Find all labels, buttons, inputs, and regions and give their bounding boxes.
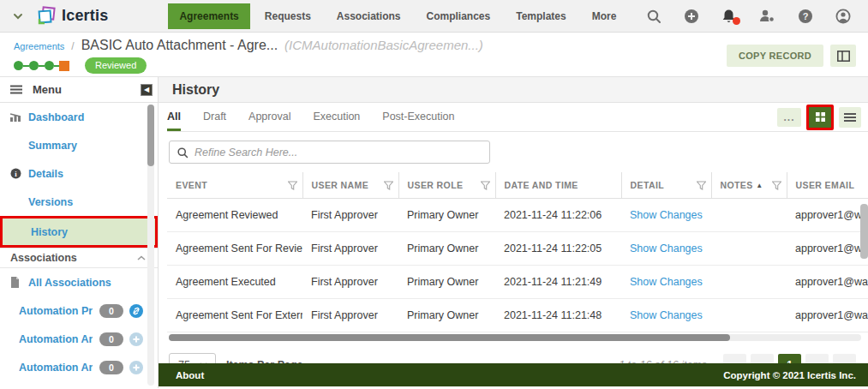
sidebar-section-associations[interactable]: Associations <box>0 248 158 268</box>
copyright-text: Copyright © 2021 Icertis Inc. <box>723 370 856 380</box>
copy-record-button[interactable]: COPY RECORD <box>727 45 823 67</box>
column-header-user-email[interactable]: USER EMAIL <box>787 172 868 199</box>
cell-user-role: Primary Owner <box>398 299 495 332</box>
document-icon <box>10 277 28 288</box>
column-header-notes[interactable]: NOTES▲ <box>711 172 787 199</box>
link-association-icon[interactable] <box>129 304 143 318</box>
more-options-button[interactable]: ... <box>777 108 801 127</box>
cell-user-role: Primary Owner <box>398 199 495 232</box>
assoc-item-label: Automation Prime ... <box>19 305 93 317</box>
show-changes-link[interactable]: Show Changes <box>621 266 711 299</box>
nav-tab-requests[interactable]: Requests <box>254 3 322 29</box>
column-header-user-role[interactable]: USER ROLE <box>398 172 495 199</box>
sidebar-scrollbar-thumb[interactable] <box>147 105 154 166</box>
table-row[interactable]: Agreement Reviewed First Approver Primar… <box>167 199 868 232</box>
sidebar-collapse-button[interactable]: ◀ <box>141 84 153 96</box>
assoc-count-badge: 0 <box>99 304 123 318</box>
profile-icon[interactable] <box>835 9 851 24</box>
list-view-button[interactable] <box>839 107 861 128</box>
table-row[interactable]: Agreement Executed First Approver Primar… <box>167 266 868 299</box>
cell-user-role: Primary Owner <box>398 266 495 299</box>
nav-tab-more[interactable]: More <box>581 3 628 29</box>
column-header-date-time[interactable]: DATE AND TIME <box>495 172 621 199</box>
status-badge: Reviewed <box>85 57 147 74</box>
add-icon[interactable] <box>684 9 699 24</box>
table-vertical-scrollbar-thumb[interactable] <box>860 204 868 259</box>
search-input[interactable] <box>195 147 482 159</box>
table-row[interactable]: Agreement Sent For External Si... First … <box>167 299 868 332</box>
top-navbar: Icertis Agreements Requests Associations… <box>0 0 868 33</box>
filter-icon[interactable] <box>772 181 781 190</box>
hamburger-menu-icon[interactable] <box>10 85 22 94</box>
cell-notes <box>711 199 787 232</box>
filter-icon[interactable] <box>697 181 706 190</box>
cell-date-time: 2021-11-24 11:22:06 <box>495 199 621 232</box>
column-header-event[interactable]: EVENT <box>167 172 302 199</box>
help-icon[interactable]: ? <box>798 9 813 24</box>
sidebar-scrollbar[interactable] <box>147 105 154 386</box>
tab-all[interactable]: All <box>167 103 181 131</box>
sidebar-item-history-selected-annotated[interactable]: History <box>0 216 158 248</box>
sidebar-item-automation-annex-1[interactable]: Automation Annex... 0 <box>0 325 158 353</box>
tab-draft[interactable]: Draft <box>203 103 226 131</box>
sidebar-item-automation-annex-2[interactable]: Automation Annex... 0 <box>0 353 158 381</box>
add-association-icon[interactable] <box>129 332 143 346</box>
sort-asc-icon: ▲ <box>756 182 763 189</box>
about-link[interactable]: About <box>176 370 204 380</box>
sidebar-item-label: All Associations <box>28 277 111 289</box>
table-vertical-scrollbar[interactable] <box>860 204 868 332</box>
sidebar-item-all-associations[interactable]: All Associations <box>0 268 158 296</box>
cell-date-time: 2021-11-24 11:21:48 <box>495 299 621 332</box>
nav-tab-templates[interactable]: Templates <box>505 3 577 29</box>
show-changes-link[interactable]: Show Changes <box>621 299 711 332</box>
cell-date-time: 2021-11-24 11:22:05 <box>495 232 621 266</box>
cell-notes <box>711 299 787 332</box>
table-horizontal-scrollbar-thumb[interactable] <box>169 334 730 341</box>
table-horizontal-scrollbar[interactable] <box>169 334 861 341</box>
workflow-progress-dots <box>14 61 69 71</box>
add-association-icon[interactable] <box>129 361 143 374</box>
nav-tab-associations[interactable]: Associations <box>326 3 412 29</box>
tab-post-execution[interactable]: Post-Execution <box>382 103 454 131</box>
nav-tab-agreements[interactable]: Agreements <box>168 3 249 29</box>
table-row[interactable]: Agreement Sent For Review First Approver… <box>167 232 868 266</box>
sidebar-item-details[interactable]: i Details <box>0 159 158 188</box>
column-header-detail[interactable]: DETAIL <box>621 172 711 199</box>
show-changes-link[interactable]: Show Changes <box>621 232 711 266</box>
filter-icon[interactable] <box>288 181 297 190</box>
show-changes-link[interactable]: Show Changes <box>621 199 711 232</box>
sidebar-item-automation-prime[interactable]: Automation Prime ... 0 <box>0 296 158 325</box>
cell-event: Agreement Reviewed <box>167 199 302 232</box>
cell-user-name: First Approver <box>302 199 398 232</box>
app-switcher-chevron-icon[interactable] <box>12 10 24 22</box>
tab-approval[interactable]: Approval <box>248 103 290 131</box>
layout-toggle-button[interactable] <box>830 45 856 67</box>
notifications-bell-icon[interactable] <box>721 9 736 24</box>
breadcrumb-agreements-link[interactable]: Agreements <box>14 41 64 51</box>
cell-user-email: approver1@wa... <box>787 266 868 299</box>
history-content: All Draft Approval Execution Post-Execut… <box>159 103 868 388</box>
cell-user-name: First Approver <box>302 266 398 299</box>
notification-badge-dot <box>733 17 740 25</box>
progress-dot <box>45 61 54 70</box>
cell-user-email: approver1@wa... <box>787 232 868 266</box>
svg-text:?: ? <box>803 11 809 21</box>
filter-icon[interactable] <box>481 181 490 190</box>
column-header-user-name[interactable]: USER NAME <box>302 172 398 199</box>
user-admin-icon[interactable] <box>758 9 775 24</box>
icertis-app: Icertis Agreements Requests Associations… <box>0 0 868 389</box>
grid-view-button-annotated[interactable] <box>806 105 834 130</box>
cell-user-name: First Approver <box>302 299 398 332</box>
sidebar-item-dashboard[interactable]: Dashboard <box>0 103 158 131</box>
assoc-count-badge: 0 <box>99 332 123 346</box>
icertis-logo[interactable]: Icertis <box>36 5 108 27</box>
nav-tab-compliances[interactable]: Compliances <box>416 3 502 29</box>
footer: About Copyright © 2021 Icertis Inc. <box>159 363 868 386</box>
search-icon[interactable] <box>646 9 661 24</box>
filter-icon[interactable] <box>384 181 393 190</box>
sidebar-item-summary[interactable]: Summary <box>0 131 158 159</box>
table-header-row: EVENT USER NAME USER ROLE DATE AND TIME … <box>167 172 868 199</box>
sidebar-item-versions[interactable]: Versions <box>0 188 158 216</box>
tab-execution[interactable]: Execution <box>313 103 360 131</box>
cell-event: Agreement Sent For External Si... <box>167 299 302 332</box>
